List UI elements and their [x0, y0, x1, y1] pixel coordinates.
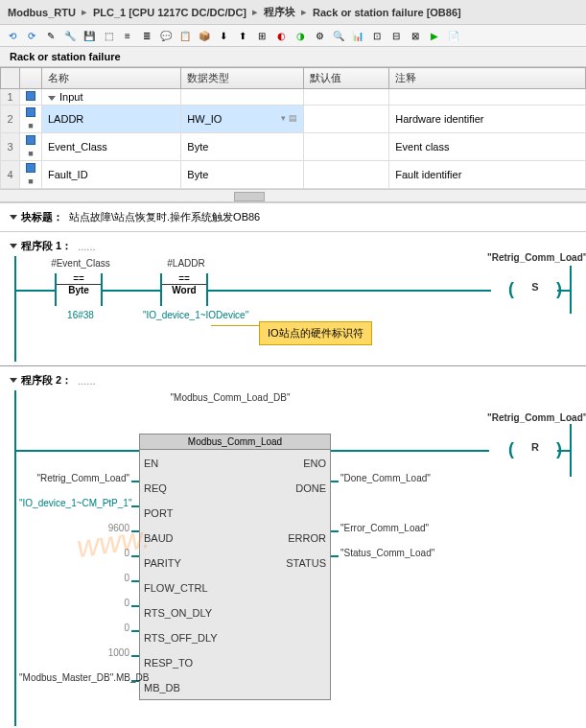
pin-connector: [131, 555, 139, 557]
var-comment-cell[interactable]: [389, 89, 586, 106]
network-1-title: 程序段 1：: [21, 239, 72, 253]
pin-connector: [331, 530, 339, 532]
var-datatype-cell[interactable]: Byte: [181, 161, 303, 189]
toolbar-icon[interactable]: ⟲: [5, 28, 20, 43]
breadcrumb-seg3[interactable]: 程序块: [264, 5, 295, 19]
pin-input-label[interactable]: 0: [19, 622, 129, 633]
dropdown-icon[interactable]: ▾ ▤: [281, 113, 297, 123]
toolbar: ⟲ ⟳ ✎ 🔧 💾 ⬚ ≡ ≣ 💬 📋 📦 ⬇ ⬆ ⊞ ◐ ◑ ⚙ 🔍 📊 ⊡ …: [0, 25, 586, 47]
pin-input-label[interactable]: 0: [19, 573, 129, 583]
toolbar-icon[interactable]: ⚙: [312, 28, 327, 43]
pin-output-label[interactable]: "Error_Comm_Load": [340, 523, 456, 533]
var-name-cell[interactable]: Fault_ID: [42, 161, 181, 189]
pin-connector: [331, 555, 339, 557]
row-number: 3: [1, 133, 20, 161]
fb-pin-row: RESP_TO: [140, 649, 330, 674]
table-row[interactable]: 3 ■Event_ClassByteEvent class: [1, 133, 586, 161]
toolbar-icon[interactable]: ◑: [293, 28, 308, 43]
network-2-ellipsis: ......: [78, 375, 95, 387]
pin-input-label[interactable]: 0: [19, 548, 129, 558]
var-comment-cell[interactable]: Fault identifier: [389, 161, 586, 189]
compare-block-2[interactable]: #LADDR == Word "IO_device_1~IODevice": [160, 273, 208, 306]
toolbar-icon[interactable]: 💾: [82, 28, 97, 43]
var-comment-cell[interactable]: Hardware identifier: [389, 106, 586, 133]
var-default-cell[interactable]: [303, 161, 388, 189]
table-header-default[interactable]: 默认值: [303, 68, 388, 89]
table-row[interactable]: 2 ■LADDRHW_IO▾ ▤Hardware identifier: [1, 106, 586, 133]
table-header-comment[interactable]: 注释: [389, 68, 586, 89]
toolbar-icon[interactable]: ⊠: [408, 28, 423, 43]
pin-input-label[interactable]: "IO_device_1~CM_PtP_1": [19, 498, 129, 508]
pin-connector: [131, 481, 139, 482]
toolbar-icon[interactable]: 📄: [446, 28, 461, 43]
breadcrumb[interactable]: Modbus_RTU ▸ PLC_1 [CPU 1217C DC/DC/DC] …: [0, 0, 586, 25]
toolbar-icon[interactable]: ⊡: [369, 28, 385, 43]
collapse-icon[interactable]: [10, 378, 17, 383]
fb-pin-left: PORT: [144, 501, 173, 524]
pin-output-label[interactable]: "Status_Comm_Load": [340, 548, 456, 558]
toolbar-icon[interactable]: 📦: [197, 28, 212, 43]
collapse-icon[interactable]: [10, 215, 17, 220]
toolbar-icon[interactable]: ≡: [120, 28, 135, 43]
table-row[interactable]: 4 ■Fault_IDByteFault identifier: [1, 161, 586, 189]
reset-coil[interactable]: "Retrig_Comm_Load" R: [511, 441, 559, 460]
toolbar-icon[interactable]: ≣: [139, 28, 154, 43]
toolbar-icon[interactable]: ⟳: [24, 28, 39, 43]
block-title-text: 站点故障\站点恢复时.操作系统触发OB86: [69, 210, 260, 224]
toolbar-icon[interactable]: ◐: [273, 28, 289, 43]
fb-pin-row: PARITYSTATUS: [140, 550, 330, 575]
var-comment-cell[interactable]: Event class: [389, 133, 586, 161]
breadcrumb-seg1[interactable]: Modbus_RTU: [8, 7, 76, 18]
horizontal-scrollbar[interactable]: [0, 189, 586, 202]
toolbar-icon[interactable]: ✎: [43, 28, 59, 43]
var-name-cell[interactable]: LADDR: [42, 106, 181, 133]
toolbar-icon[interactable]: 📊: [350, 28, 365, 43]
var-name-cell[interactable]: Event_Class: [42, 133, 181, 161]
toolbar-icon[interactable]: ⬇: [216, 28, 231, 43]
fb-pin-row: ENENO: [140, 450, 330, 475]
function-block[interactable]: Modbus_Comm_Load ENENOREQDONEPORTBAUDERR…: [139, 434, 331, 700]
var-default-cell[interactable]: [303, 89, 388, 106]
pin-input-label[interactable]: "Retrig_Comm_Load": [19, 473, 129, 483]
toolbar-icon[interactable]: 🔍: [331, 28, 346, 43]
network-1: 程序段 1： ...... #Event_Class == Byte 16#38…: [0, 231, 586, 365]
fb-pin-left: BAUD: [144, 526, 174, 549]
breadcrumb-seg4[interactable]: Rack or station failure [OB86]: [313, 7, 461, 18]
fb-pin-left: EN: [144, 451, 158, 474]
ladder-diagram-2[interactable]: e.com www. "Modbus_Comm_Load_DB" Modbus_…: [10, 390, 576, 726]
compare-block-1[interactable]: #Event_Class == Byte 16#38: [55, 273, 103, 306]
table-row[interactable]: 1Input: [1, 89, 586, 106]
toolbar-icon[interactable]: 🔧: [62, 28, 78, 43]
var-datatype-cell[interactable]: Byte: [181, 133, 303, 161]
pin-input-label[interactable]: 9600: [19, 523, 129, 533]
collapse-icon[interactable]: [10, 244, 17, 248]
pin-input-label[interactable]: "Modbus_Master_DB".MB_DB: [19, 672, 129, 683]
set-coil[interactable]: "Retrig_Comm_Load" S: [511, 281, 559, 300]
pin-connector: [131, 530, 139, 532]
right-rail: [570, 424, 572, 477]
toolbar-icon[interactable]: ⬆: [235, 28, 250, 43]
table-header-datatype[interactable]: 数据类型: [181, 68, 303, 89]
pin-connector: [131, 630, 139, 632]
var-datatype-cell[interactable]: HW_IO▾ ▤: [181, 106, 303, 133]
toolbar-icon[interactable]: 💬: [158, 28, 174, 43]
pin-input-label[interactable]: 1000: [19, 647, 129, 658]
table-header-name[interactable]: 名称: [42, 68, 181, 89]
toolbar-icon[interactable]: ⊟: [388, 28, 404, 43]
pin-connector: [131, 605, 139, 607]
breadcrumb-seg2[interactable]: PLC_1 [CPU 1217C DC/DC/DC]: [93, 7, 246, 18]
pin-output-label[interactable]: "Done_Comm_Load": [340, 473, 456, 483]
breadcrumb-sep-icon: ▸: [82, 6, 87, 18]
toolbar-icon[interactable]: ▶: [427, 28, 442, 43]
ladder-diagram-1[interactable]: #Event_Class == Byte 16#38 #LADDR == Wor…: [10, 256, 576, 362]
var-default-cell[interactable]: [303, 133, 388, 161]
toolbar-icon[interactable]: ⊞: [254, 28, 270, 43]
toolbar-icon[interactable]: ⬚: [101, 28, 116, 43]
fb-pin-row: FLOW_CTRL: [140, 575, 330, 599]
var-name-cell[interactable]: Input: [42, 89, 181, 106]
var-datatype-cell[interactable]: [181, 89, 303, 106]
var-default-cell[interactable]: [303, 106, 388, 133]
pin-input-label[interactable]: 0: [19, 598, 129, 608]
toolbar-icon[interactable]: 📋: [177, 28, 193, 43]
expand-icon[interactable]: [48, 96, 56, 101]
